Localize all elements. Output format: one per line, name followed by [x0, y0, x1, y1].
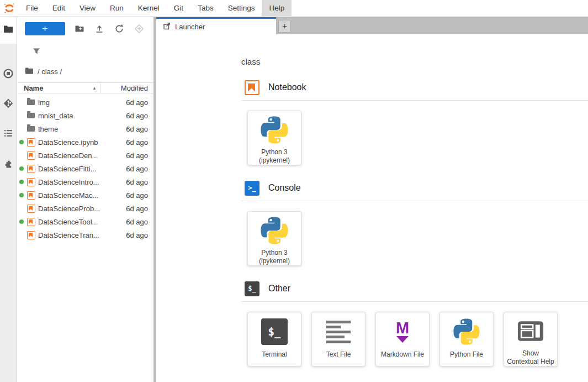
breadcrumb-path: / class /: [38, 67, 62, 76]
menu-item-kernel[interactable]: Kernel: [131, 0, 167, 17]
terminal-icon: $_: [245, 281, 259, 296]
section-divider: [241, 201, 588, 201]
running-kernel-dot: [19, 219, 24, 224]
running-kernel-dot: [19, 140, 24, 144]
file-row[interactable]: theme6d ago: [18, 122, 153, 135]
refresh-icon[interactable]: [114, 23, 125, 34]
notebook-icon: [27, 151, 35, 160]
markdown-icon: M: [396, 321, 409, 343]
notebook-icon: [27, 165, 35, 173]
folder-icon: [27, 113, 35, 118]
sidebar-tab-toc[interactable]: [0, 121, 17, 148]
section-title: Console: [268, 183, 301, 193]
file-row[interactable]: DataScienceDen...6d ago: [18, 149, 153, 162]
file-row[interactable]: DataScienceProb...6d ago: [18, 202, 153, 215]
sidebar-tab-git[interactable]: [0, 91, 17, 118]
launcher-panel: class Notebook Python 3 (ipykernel) >_ C…: [156, 34, 588, 382]
python-logo-icon: [261, 217, 288, 244]
new-tab-button[interactable]: +: [278, 20, 291, 33]
menu-item-settings[interactable]: Settings: [221, 0, 262, 17]
funnel-icon: [32, 47, 41, 58]
folder-icon: [27, 100, 35, 105]
running-kernel-dot: [19, 193, 24, 197]
column-header-name[interactable]: Name ▲: [18, 83, 100, 93]
launcher-card-markdown-file[interactable]: M Markdown File: [375, 312, 430, 367]
running-kernel-dot: [19, 180, 24, 184]
jupyter-logo-icon: [0, 2, 19, 15]
text-file-icon: [326, 321, 351, 343]
file-list: img6d ago mnist_data6d ago theme6d ago D…: [18, 96, 153, 242]
file-row[interactable]: DataScienceMac...6d ago: [18, 189, 153, 202]
file-list-header: Name ▲ Modified: [18, 82, 153, 93]
section-title: Other: [268, 284, 290, 294]
file-row[interactable]: DataScienceIntro...6d ago: [18, 175, 153, 189]
list-icon: [3, 128, 13, 140]
section-title: Notebook: [268, 82, 306, 92]
launcher-card-notebook-python3[interactable]: Python 3 (ipykernel): [247, 111, 301, 165]
file-row[interactable]: DataScienceTran...6d ago: [18, 228, 153, 242]
menu-item-run[interactable]: Run: [103, 0, 131, 17]
notebook-icon: [245, 80, 259, 95]
launcher-cwd: class: [241, 57, 588, 66]
tab-launcher[interactable]: Launcher: [156, 17, 276, 34]
upload-icon[interactable]: [94, 23, 105, 34]
menu-item-edit[interactable]: Edit: [45, 0, 72, 17]
running-kernel-dot: [19, 166, 24, 171]
file-browser-toolbar: +: [18, 17, 153, 43]
notebook-icon: [27, 205, 35, 213]
terminal-icon: $_: [261, 318, 288, 345]
launcher-card-terminal[interactable]: $_ Terminal: [247, 312, 301, 367]
running-sessions-icon: [3, 68, 14, 81]
notebook-icon: [27, 218, 35, 226]
file-row[interactable]: DataScience.ipynb6d ago: [18, 135, 153, 149]
notebook-icon: [27, 178, 35, 186]
column-header-modified[interactable]: Modified: [100, 84, 153, 92]
notebook-icon: [27, 138, 35, 146]
python-logo-icon: [261, 116, 288, 144]
launcher-card-console-python3[interactable]: Python 3 (ipykernel): [247, 211, 301, 266]
menu-item-tabs[interactable]: Tabs: [190, 0, 221, 17]
launcher-card-python-file[interactable]: Python File: [439, 312, 494, 367]
sidebar-tab-file-browser[interactable]: [0, 17, 17, 44]
launcher-section-notebook: Notebook Python 3 (ipykernel): [241, 80, 588, 165]
left-sidebar: [0, 17, 17, 382]
sidebar-tab-extensions[interactable]: [0, 151, 17, 177]
menu-item-git[interactable]: Git: [167, 0, 190, 17]
python-logo-icon: [453, 318, 480, 345]
menu-bar: File Edit View Run Kernel Git Tabs Setti…: [0, 0, 588, 17]
console-icon: >_: [245, 181, 259, 196]
git-icon: [3, 98, 14, 111]
sort-ascending-icon: ▲: [92, 86, 97, 91]
new-launcher-button[interactable]: +: [25, 22, 65, 35]
contextual-help-icon: [516, 320, 545, 343]
filter-files-control[interactable]: [18, 43, 153, 62]
launcher-section-other: $_ Other $_ Terminal Text File M: [241, 281, 588, 367]
launcher-section-console: >_ Console Python 3 (ipykernel): [241, 180, 588, 266]
tab-label: Launcher: [175, 23, 205, 31]
menu-item-view[interactable]: View: [72, 0, 103, 17]
notebook-icon: [27, 191, 35, 200]
breadcrumb[interactable]: / class /: [18, 62, 153, 80]
launcher-card-text-file[interactable]: Text File: [311, 312, 365, 367]
sidebar-tab-running[interactable]: [0, 61, 17, 88]
launcher-icon: [163, 22, 171, 32]
folder-icon: [3, 24, 14, 37]
file-row[interactable]: DataScienceFitti...6d ago: [18, 162, 153, 175]
file-row[interactable]: mnist_data6d ago: [18, 109, 153, 122]
folder-icon: [27, 126, 35, 132]
dock-tab-bar: Launcher +: [156, 17, 588, 34]
file-row[interactable]: DataScienceTool...6d ago: [18, 215, 153, 228]
home-folder-icon: [25, 67, 34, 76]
new-folder-icon[interactable]: [74, 23, 85, 34]
git-clone-icon[interactable]: [134, 23, 145, 34]
section-divider: [241, 100, 588, 101]
menu-item-file[interactable]: File: [19, 0, 45, 17]
file-browser-panel: + / class / Name ▲ Modified: [18, 17, 153, 382]
section-divider: [241, 301, 588, 302]
file-row[interactable]: img6d ago: [18, 96, 153, 109]
menu-item-help[interactable]: Help: [262, 0, 292, 17]
launcher-card-contextual-help[interactable]: Show Contextual Help: [504, 312, 558, 367]
puzzle-icon: [3, 158, 14, 171]
notebook-icon: [27, 231, 35, 239]
